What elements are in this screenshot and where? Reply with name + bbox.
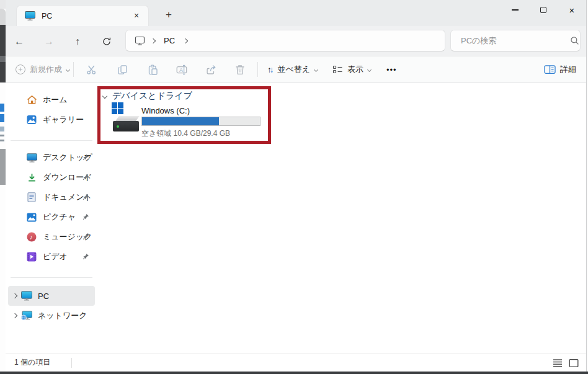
- view-button[interactable]: 表示: [329, 56, 375, 82]
- up-button[interactable]: ↑: [69, 33, 86, 50]
- explorer-tab-pc[interactable]: PC ×: [16, 5, 149, 26]
- status-divider: [71, 358, 72, 368]
- pin-icon: [82, 154, 89, 161]
- background-window-sliver: [0, 149, 6, 185]
- background-window-icon-fragment: [0, 114, 4, 122]
- items-view: デバイスとドライブ Windows (C:) 空き領域 10.4 GB/29.4…: [97, 83, 586, 353]
- network-icon: [21, 311, 32, 321]
- sidebar-item-pc[interactable]: PC: [8, 286, 95, 306]
- screen-bottom-edge: [0, 372, 588, 374]
- sort-arrows-icon: ↑↓: [267, 65, 272, 74]
- breadcrumb-bar[interactable]: PC: [125, 30, 445, 51]
- search-box[interactable]: [450, 30, 581, 51]
- cut-button: [82, 60, 100, 79]
- sidebar-item-downloads[interactable]: ダウンロード: [8, 167, 95, 187]
- status-bar: 1 個の項目: [6, 353, 586, 372]
- new-tab-button[interactable]: +: [161, 7, 177, 24]
- minimize-button[interactable]: [501, 0, 529, 20]
- refresh-button[interactable]: [98, 33, 115, 50]
- drive-led: [117, 125, 119, 128]
- trash-icon: [235, 65, 245, 75]
- svg-text:A: A: [179, 66, 183, 73]
- paste-button: [143, 60, 162, 79]
- rename-icon: A: [176, 65, 187, 75]
- new-item-button: + 新規作成: [12, 56, 73, 82]
- back-button[interactable]: ←: [11, 33, 28, 50]
- pc-monitor-outline-icon: [135, 36, 145, 46]
- share-button: [202, 60, 220, 79]
- breadcrumb-item-pc[interactable]: PC: [164, 36, 175, 45]
- tab-title: PC: [42, 12, 52, 20]
- refresh-icon: [102, 37, 112, 47]
- sidebar-item-videos[interactable]: ビデオ: [8, 247, 95, 267]
- group-collapse-chevron-icon[interactable]: [102, 94, 107, 99]
- toolbar-divider: [73, 62, 74, 77]
- sort-label: 並べ替え: [278, 64, 311, 75]
- svg-text:♪: ♪: [30, 233, 33, 241]
- tree-expand-chevron-icon[interactable]: [12, 313, 17, 318]
- copy-icon: [117, 65, 128, 75]
- screen: { "title_bar": { "tab_label": "PC", "tab…: [0, 0, 588, 374]
- details-pane-button[interactable]: 詳細: [540, 56, 580, 82]
- maximize-button[interactable]: [529, 0, 558, 20]
- more-options-button[interactable]: •••: [383, 56, 401, 82]
- chevron-down-icon: [314, 67, 318, 71]
- pin-icon: [82, 194, 89, 200]
- drive-icon[interactable]: [112, 102, 140, 133]
- view-label: 表示: [347, 64, 363, 75]
- maximize-icon: [540, 7, 546, 13]
- background-window-icon-fragment: [0, 127, 4, 131]
- tree-expand-chevron-icon[interactable]: [12, 293, 17, 298]
- search-input[interactable]: [451, 36, 570, 45]
- pin-icon: [82, 213, 89, 220]
- sidebar-item-gallery[interactable]: ギャラリー: [8, 110, 95, 130]
- title-bar: PC × + ×: [6, 0, 586, 26]
- sidebar-item-network[interactable]: ネットワーク: [8, 306, 95, 326]
- video-icon: [26, 252, 37, 262]
- sidebar-item-home[interactable]: ホーム: [8, 90, 95, 110]
- background-window-sliver: [0, 62, 6, 82]
- delete-button: [231, 60, 249, 79]
- navigation-pane: ホーム ギャラリー: [6, 83, 97, 353]
- pictures-icon: [26, 213, 37, 222]
- sidebar-item-desktop[interactable]: デスクトップ: [8, 148, 95, 167]
- address-bar: ← → ↑ PC: [6, 26, 586, 56]
- group-header-label: デバイスとドライブ: [112, 91, 192, 102]
- music-icon: ♪: [26, 232, 37, 242]
- background-window-icon-fragment: [0, 104, 4, 112]
- gallery-icon: [26, 115, 37, 125]
- close-button[interactable]: ×: [558, 0, 586, 20]
- background-window-tab-fragment: [0, 9, 6, 25]
- details-view-toggle-button[interactable]: [550, 357, 565, 369]
- list-view-icon: [553, 358, 563, 368]
- breadcrumb-chevron-icon[interactable]: [183, 38, 188, 43]
- sidebar-item-documents[interactable]: ドキュメント: [8, 187, 95, 207]
- sidebar-item-pictures[interactable]: ピクチャ: [8, 207, 95, 227]
- drive-name[interactable]: Windows (C:): [141, 106, 190, 115]
- share-icon: [206, 65, 216, 75]
- sidebar-divider: [11, 140, 92, 141]
- toolbar-divider: [257, 62, 258, 77]
- sidebar-item-music[interactable]: ♪ ミュージック: [8, 227, 95, 247]
- item-count: 1 個の項目: [14, 354, 50, 372]
- home-icon: [26, 95, 37, 105]
- scissors-icon: [86, 65, 97, 75]
- drive-usage-bar: [141, 117, 261, 126]
- chevron-down-icon: [367, 67, 372, 71]
- search-icon[interactable]: [570, 36, 579, 45]
- pin-icon: [82, 174, 89, 180]
- command-bar: + 新規作成: [6, 56, 586, 83]
- breadcrumb-chevron-icon: [151, 38, 156, 43]
- sort-button[interactable]: ↑↓ 並べ替え: [264, 56, 321, 82]
- large-icons-view-toggle-button[interactable]: [566, 357, 581, 369]
- drive-free-space: 空き領域 10.4 GB/29.4 GB: [141, 128, 230, 139]
- tab-close-button[interactable]: ×: [130, 9, 143, 23]
- content-area: ホーム ギャラリー: [6, 83, 586, 353]
- group-header-devices-and-drives[interactable]: デバイスとドライブ: [103, 91, 192, 102]
- background-window-icon-fragment: [0, 140, 4, 141]
- paste-icon: [148, 65, 158, 75]
- file-explorer-window: PC × + × ← → ↑ PC: [6, 0, 587, 372]
- background-window-icon-fragment: [0, 135, 4, 136]
- forward-button: →: [40, 33, 58, 50]
- background-window-sliver: [0, 25, 6, 56]
